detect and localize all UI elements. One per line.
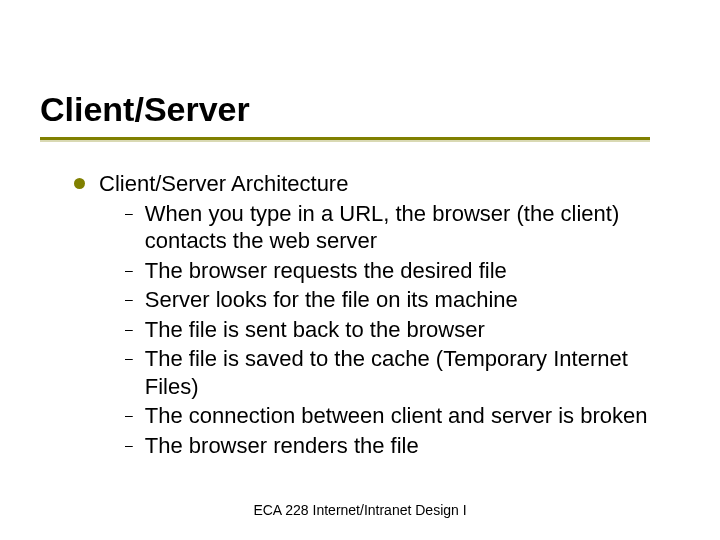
level2-text: The browser requests the desired file xyxy=(145,257,507,285)
level2-list: – When you type in a URL, the browser (t… xyxy=(99,200,680,460)
dash-icon: – xyxy=(125,200,133,227)
bullet-level1-body: Client/Server Architecture – When you ty… xyxy=(99,170,680,459)
content-area: Client/Server Architecture – When you ty… xyxy=(0,140,720,459)
slide-footer: ECA 228 Internet/Intranet Design I xyxy=(0,502,720,518)
dash-icon: – xyxy=(125,345,133,372)
level2-text: Server looks for the file on its machine xyxy=(145,286,518,314)
list-item: – The file is sent back to the browser xyxy=(99,316,680,344)
slide: Client/Server Client/Server Architecture… xyxy=(0,0,720,540)
dash-icon: – xyxy=(125,286,133,313)
list-item: – Server looks for the file on its machi… xyxy=(99,286,680,314)
list-item: – The connection between client and serv… xyxy=(99,402,680,430)
slide-title: Client/Server xyxy=(40,90,720,129)
level2-text: The browser renders the file xyxy=(145,432,419,460)
bullet-level1: Client/Server Architecture – When you ty… xyxy=(74,170,680,459)
bullet-dot-icon xyxy=(74,178,85,189)
dash-icon: – xyxy=(125,316,133,343)
title-area: Client/Server xyxy=(0,0,720,129)
title-underline xyxy=(40,137,650,140)
level2-text: When you type in a URL, the browser (the… xyxy=(145,200,680,255)
level2-text: The file is saved to the cache (Temporar… xyxy=(145,345,680,400)
list-item: – The file is saved to the cache (Tempor… xyxy=(99,345,680,400)
dash-icon: – xyxy=(125,432,133,459)
level1-text: Client/Server Architecture xyxy=(99,170,680,198)
level2-text: The connection between client and server… xyxy=(145,402,648,430)
list-item: – The browser renders the file xyxy=(99,432,680,460)
level2-text: The file is sent back to the browser xyxy=(145,316,485,344)
list-item: – The browser requests the desired file xyxy=(99,257,680,285)
dash-icon: – xyxy=(125,257,133,284)
dash-icon: – xyxy=(125,402,133,429)
list-item: – When you type in a URL, the browser (t… xyxy=(99,200,680,255)
